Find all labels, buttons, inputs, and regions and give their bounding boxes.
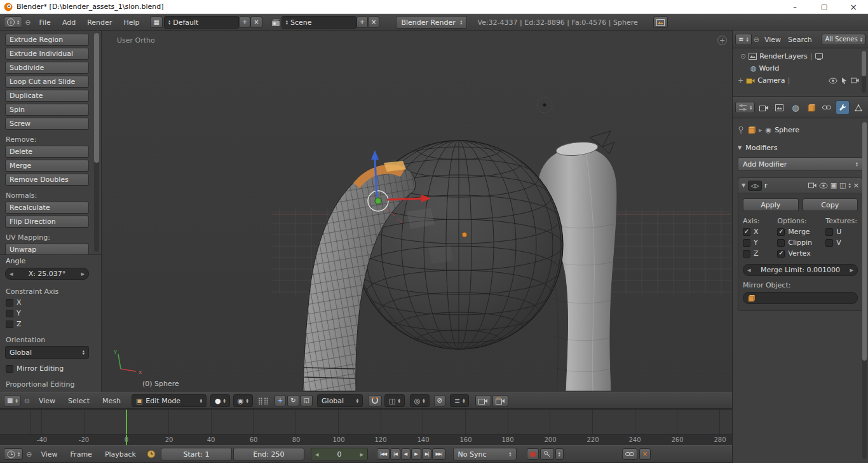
screen-layout-field[interactable]: ▴▾Default [164, 16, 239, 29]
menu-add[interactable]: Add [57, 18, 81, 27]
menu-file[interactable]: File [33, 18, 56, 27]
angle-slider[interactable]: ◂ X: 25.037° ▸ [5, 268, 89, 280]
cage-toggle-icon[interactable]: ◫ [839, 181, 846, 190]
insert-keyframe-button[interactable] [622, 448, 637, 460]
outliner-row-renderlayers[interactable]: ⊙ RenderLayers | [733, 50, 868, 62]
sync-dropdown[interactable]: No Sync▴▾ [453, 448, 517, 460]
collapse-menus-icon[interactable]: ⊖ [754, 36, 759, 44]
menu-view[interactable]: View [33, 397, 61, 405]
outliner-scrollbar[interactable] [862, 51, 866, 93]
merge-limit-slider[interactable]: ◂ Merge Limit: 0.001000 ▸ [743, 264, 858, 276]
scenes-filter-dropdown[interactable]: All Scenes▴▾ [822, 34, 865, 45]
tab-render[interactable] [757, 100, 771, 114]
opengl-render-anim-button[interactable] [492, 395, 508, 406]
move-modifier-buttons[interactable]: ▴▾ [849, 183, 851, 188]
jump-to-end-button[interactable]: ▶▶| [432, 448, 445, 460]
proportional-edit-dropdown[interactable]: ◎▴▾ [410, 394, 430, 407]
camera-restrict-icon[interactable] [851, 78, 859, 83]
viewport-canvas[interactable]: x y [102, 31, 732, 392]
auto-keyframe-button[interactable] [527, 448, 539, 460]
menu-help[interactable]: Help [118, 18, 145, 27]
mode-dropdown[interactable]: ▣Edit Mode ▴▾ [132, 394, 207, 407]
menu-render[interactable]: Render [81, 18, 118, 27]
frame-end-field[interactable]: End: 250 [233, 448, 304, 460]
tab-render-layers[interactable] [773, 100, 787, 114]
keying-set-dropdown[interactable]: ▴▾ [555, 448, 564, 460]
tab-modifiers[interactable] [836, 100, 850, 114]
tab-world[interactable]: ◍ [789, 100, 803, 114]
vertex-groups-checkbox[interactable] [777, 250, 785, 258]
delete-scene-button[interactable]: × [368, 17, 379, 28]
menu-search[interactable]: Search [785, 36, 815, 44]
playhead[interactable] [126, 410, 127, 435]
merge-checkbox[interactable] [777, 228, 785, 236]
tool-button[interactable]: Screw [5, 118, 89, 130]
slider-right-arrow-icon[interactable]: ▸ [850, 266, 853, 274]
editor-type-button[interactable]: ≡▴▾ [735, 34, 752, 45]
current-frame-field[interactable]: ◂ 0 ▸ [311, 448, 368, 460]
timeline-ruler[interactable]: -40 -20 0 20 40 60 80 100 120 140 160 18… [0, 434, 732, 445]
tool-button[interactable]: Spin [5, 104, 89, 116]
outliner-item-label[interactable]: World [759, 64, 780, 73]
menu-select[interactable]: Select [62, 397, 95, 405]
collapse-menus-icon[interactable]: ⊖ [26, 450, 32, 459]
outliner-item-label[interactable]: RenderLayers [759, 52, 808, 60]
tool-button[interactable]: Extrude Region [5, 34, 89, 46]
region-plus-icon[interactable]: + [717, 36, 727, 45]
tab-object-data[interactable] [851, 100, 865, 114]
manipulator-rotate-button[interactable]: ↻ [287, 395, 299, 406]
constraint-x-checkbox[interactable] [6, 299, 13, 307]
modifiers-panel-title[interactable]: ▼ Modifiers [738, 144, 863, 152]
tab-constraints[interactable] [820, 100, 834, 114]
window-capture-button[interactable] [653, 17, 668, 28]
minimize-button[interactable]: – [780, 0, 810, 14]
time-indicator-icon[interactable] [147, 450, 156, 459]
expand-plus-icon[interactable]: + [738, 76, 743, 85]
close-button[interactable]: × [839, 0, 868, 14]
editor-type-button[interactable]: i▴▾ [4, 17, 22, 28]
tool-button[interactable]: Extrude Individual [5, 48, 89, 60]
scene-field[interactable]: ▴▾Scene [281, 16, 356, 29]
texture-v-checkbox[interactable] [825, 239, 833, 247]
editor-type-button[interactable]: ▴▾ [735, 102, 755, 113]
menu-mesh[interactable]: Mesh [97, 397, 126, 405]
orientation-dropdown[interactable]: Global▴▾ [5, 346, 89, 359]
breadcrumb-object-name[interactable]: Sphere [775, 126, 799, 134]
snap-target-dropdown[interactable]: ≡▴▾ [450, 394, 469, 407]
jump-to-start-button[interactable]: |◀◀ [377, 448, 390, 460]
snap-element-dropdown[interactable]: ◫▴▾ [384, 394, 405, 407]
outliner-row-world[interactable]: ◍ World [733, 62, 868, 74]
menu-frame[interactable]: Frame [65, 450, 98, 459]
screen-layout-icon-button[interactable]: ▦ [150, 17, 162, 28]
tool-button[interactable]: Delete [5, 146, 89, 158]
slider-left-arrow-icon[interactable]: ◂ [747, 266, 751, 274]
keying-set-button[interactable] [540, 448, 554, 460]
panel-expand-icon[interactable]: ▼ [738, 145, 742, 151]
add-modifier-dropdown[interactable]: Add Modifier▴▾ [738, 157, 863, 171]
timeline-track[interactable] [0, 409, 732, 434]
play-button[interactable]: ▶ [411, 448, 421, 460]
tool-button[interactable]: Loop Cut and Slide [5, 76, 89, 88]
menu-view[interactable]: View [35, 450, 63, 459]
modifier-expand-icon[interactable]: ▼ [742, 183, 745, 188]
next-keyframe-button[interactable]: ▶| [422, 448, 432, 460]
monitor-icon[interactable] [815, 53, 823, 60]
opengl-render-button[interactable] [475, 395, 491, 406]
occlude-geometry-button[interactable]: ⊘ [434, 395, 445, 406]
properties-scrollbar[interactable] [862, 122, 867, 459]
object-cube-icon[interactable] [747, 126, 756, 134]
prev-keyframe-button[interactable]: |◀ [390, 448, 400, 460]
tool-button[interactable]: Recalculate [5, 202, 89, 214]
shading-dropdown[interactable]: ●▴▾ [210, 394, 230, 407]
play-reverse-button[interactable]: ◀ [401, 448, 410, 460]
constraint-y-checkbox[interactable] [6, 310, 13, 317]
outliner-row-camera[interactable]: + Camera | [733, 74, 868, 86]
frame-start-field[interactable]: Start: 1 [161, 448, 232, 460]
add-layout-button[interactable]: + [239, 17, 250, 28]
delete-keyframe-button[interactable]: × [639, 448, 651, 460]
apply-button[interactable]: Apply [743, 198, 799, 211]
delete-modifier-icon[interactable]: × [853, 181, 859, 190]
viewport-3d[interactable]: x y User Ortho (0) Sphere + [102, 31, 732, 392]
outliner-item-label[interactable]: Camera [757, 76, 785, 85]
render-toggle-icon[interactable] [808, 183, 817, 188]
